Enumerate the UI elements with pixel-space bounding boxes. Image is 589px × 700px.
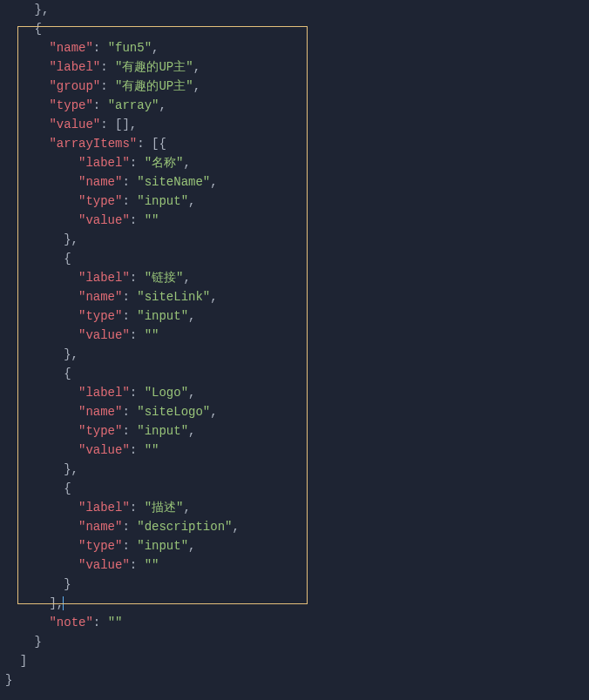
code-line: } xyxy=(5,632,589,651)
code-editor[interactable]: }, { "name": "fun5", "label": "有趣的UP主", … xyxy=(0,0,589,690)
code-line: ], xyxy=(5,594,589,613)
code-line: }, xyxy=(5,0,589,19)
code-line: "name": "siteLogo", xyxy=(5,402,589,421)
code-line: { xyxy=(5,19,589,38)
code-line: "arrayItems": [{ xyxy=(5,134,589,153)
code-line: "name": "fun5", xyxy=(5,38,589,57)
code-line: "group": "有趣的UP主", xyxy=(5,77,589,96)
code-line: "value": "" xyxy=(5,211,589,230)
code-line: { xyxy=(5,249,589,268)
code-line: }, xyxy=(5,230,589,249)
code-line: "value": "" xyxy=(5,326,589,345)
code-line: "value": [], xyxy=(5,115,589,134)
code-line: { xyxy=(5,364,589,383)
code-line: "label": "有趣的UP主", xyxy=(5,57,589,77)
code-line: } xyxy=(5,575,589,594)
code-line: { xyxy=(5,479,589,498)
code-line: "type": "input", xyxy=(5,536,589,555)
code-line: "name": "siteName", xyxy=(5,172,589,192)
code-line: "label": "名称", xyxy=(5,153,589,172)
code-line: "note": "" xyxy=(5,613,589,632)
code-line: "type": "input", xyxy=(5,192,589,211)
code-line: }, xyxy=(5,460,589,479)
code-line: ] xyxy=(5,651,589,670)
code-line: "type": "input", xyxy=(5,421,589,441)
code-line: "value": "" xyxy=(5,555,589,575)
code-line: "name": "description", xyxy=(5,517,589,536)
code-line: "label": "链接", xyxy=(5,268,589,287)
code-line: "type": "input", xyxy=(5,306,589,326)
code-line: "type": "array", xyxy=(5,96,589,115)
code-line: } xyxy=(5,670,589,690)
code-line: }, xyxy=(5,345,589,364)
code-line: "label": "描述", xyxy=(5,498,589,517)
code-line: "name": "siteLink", xyxy=(5,287,589,306)
code-line: "label": "Logo", xyxy=(5,383,589,402)
code-line: "value": "" xyxy=(5,441,589,460)
